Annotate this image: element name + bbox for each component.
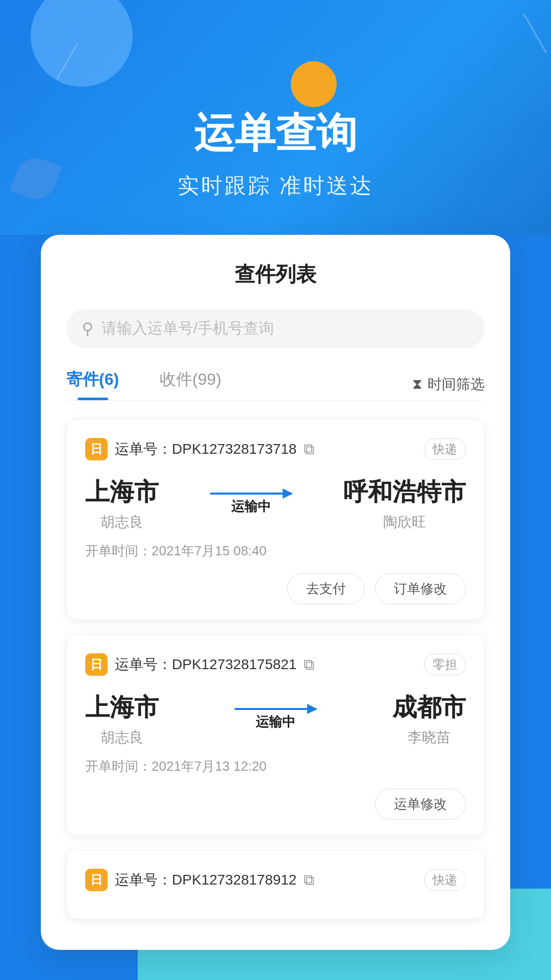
pkg-id-area-1: 日 运单号：DPK127328173718 ⧉	[85, 438, 314, 460]
deco-circle-yellow	[291, 61, 337, 107]
tab-received[interactable]: 收件(99)	[160, 369, 221, 400]
route-arrow-1	[210, 493, 292, 495]
pkg-id-area-2: 日 运单号：DPK127328175821 ⧉	[85, 653, 314, 676]
route-status-2: 运输中	[256, 713, 295, 731]
pkg-icon-3: 日	[85, 869, 108, 891]
modify-button-2[interactable]: 运单修改	[375, 789, 466, 820]
deco-line-tr	[523, 13, 547, 53]
pkg-time-2: 开单时间：2021年7月13 12:20	[85, 757, 466, 775]
route-to-2: 成都市 李晓苗	[392, 691, 466, 747]
pkg-header-1: 日 运单号：DPK127328173718 ⧉ 快递	[85, 438, 466, 460]
filter-label: 时间筛选	[428, 375, 485, 394]
pkg-copy-icon-1[interactable]: ⧉	[304, 440, 314, 458]
card-title: 查件列表	[66, 260, 485, 288]
package-card-3: 日 运单号：DPK127328178912 ⧉ 快递	[66, 850, 485, 919]
pkg-tracking-2: 运单号：DPK127328175821	[115, 655, 296, 674]
route-to-1: 呼和浩特市 陶欣旺	[343, 476, 466, 532]
to-name-1: 陶欣旺	[343, 512, 466, 532]
from-city-2: 上海市	[85, 691, 159, 724]
pkg-type-1: 快递	[424, 438, 466, 460]
to-name-2: 李晓苗	[392, 728, 466, 747]
pay-button-1[interactable]: 去支付	[287, 573, 365, 604]
to-city-2: 成都市	[392, 691, 466, 724]
from-name-2: 胡志良	[85, 728, 159, 747]
from-city-1: 上海市	[85, 476, 159, 508]
route-from-1: 上海市 胡志良	[85, 476, 159, 532]
filter-icon: ⧗	[412, 376, 422, 393]
pkg-time-1: 开单时间：2021年7月15 08:40	[85, 542, 466, 560]
pkg-tracking-3: 运单号：DPK127328178912	[115, 870, 296, 890]
deco-shape-left	[10, 153, 62, 205]
pkg-actions-2: 运单修改	[85, 789, 466, 820]
tab-sent[interactable]: 寄件(6)	[66, 369, 119, 400]
from-name-1: 胡志良	[85, 512, 159, 532]
pkg-id-area-3: 日 运单号：DPK127328178912 ⧉	[85, 869, 314, 891]
hero-title: 运单查询	[194, 106, 357, 161]
tabs-bar: 寄件(6) 收件(99) ⧗ 时间筛选	[66, 369, 485, 401]
hero-section: 运单查询 实时跟踪 准时送达	[0, 0, 551, 265]
pkg-actions-1: 去支付 订单修改	[85, 573, 466, 604]
hero-subtitle: 实时跟踪 准时送达	[178, 172, 373, 200]
route-from-2: 上海市 胡志良	[85, 691, 159, 747]
pkg-copy-icon-3[interactable]: ⧉	[304, 871, 314, 889]
main-card: 查件列表 ⚲ 请输入运单号/手机号查询 寄件(6) 收件(99) ⧗ 时间筛选	[41, 235, 510, 950]
pkg-copy-icon-2[interactable]: ⧉	[304, 656, 314, 674]
pkg-tracking-1: 运单号：DPK127328173718	[115, 439, 296, 459]
deco-circle-tl	[31, 0, 133, 87]
search-icon: ⚲	[82, 319, 93, 338]
route-middle-1: 运输中	[210, 493, 292, 516]
package-card-2: 日 运单号：DPK127328175821 ⧉ 零担 上海市 胡志良 运输中	[66, 634, 485, 836]
pkg-header-3: 日 运单号：DPK127328178912 ⧉ 快递	[85, 869, 466, 891]
pkg-route-1: 上海市 胡志良 运输中 呼和浩特市 陶欣旺	[85, 476, 466, 532]
pkg-header-2: 日 运单号：DPK127328175821 ⧉ 零担	[85, 653, 466, 676]
pkg-type-2: 零担	[424, 654, 466, 675]
route-middle-2: 运输中	[235, 708, 316, 731]
route-arrow-2	[235, 708, 316, 710]
pkg-icon-1: 日	[85, 438, 108, 460]
filter-button[interactable]: ⧗ 时间筛选	[412, 375, 485, 394]
card-background: 查件列表 ⚲ 请输入运单号/手机号查询 寄件(6) 收件(99) ⧗ 时间筛选	[0, 235, 551, 980]
package-card-1: 日 运单号：DPK127328173718 ⧉ 快递 上海市 胡志良 运输中	[66, 419, 485, 620]
route-status-1: 运输中	[231, 498, 271, 516]
arrow-line-2	[235, 708, 316, 710]
pkg-type-3: 快递	[424, 869, 466, 891]
pkg-icon-2: 日	[85, 653, 108, 676]
search-bar[interactable]: ⚲ 请输入运单号/手机号查询	[66, 309, 485, 348]
pkg-route-2: 上海市 胡志良 运输中 成都市 李晓苗	[85, 691, 466, 747]
search-placeholder-text: 请输入运单号/手机号查询	[102, 318, 274, 339]
to-city-1: 呼和浩特市	[343, 476, 466, 508]
arrow-line-1	[210, 493, 292, 495]
modify-button-1[interactable]: 订单修改	[375, 573, 466, 604]
